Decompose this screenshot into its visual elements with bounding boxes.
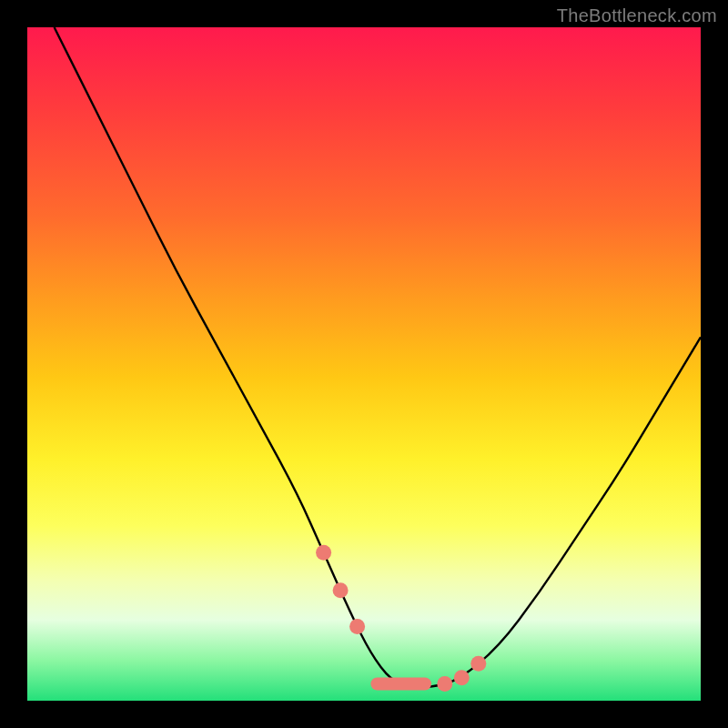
marker-dot-left bbox=[316, 545, 331, 561]
flat-segment-marker bbox=[370, 678, 431, 691]
marker-dot-right bbox=[437, 676, 452, 692]
chart-svg bbox=[27, 27, 701, 701]
marker-dot-right bbox=[470, 656, 486, 672]
marker-dot-left bbox=[333, 582, 349, 598]
watermark-text: TheBottleneck.com bbox=[557, 5, 717, 26]
bottleneck-curve-path bbox=[55, 27, 701, 687]
marker-dot-right bbox=[454, 670, 470, 685]
chart-frame: TheBottleneck.com bbox=[0, 0, 728, 728]
chart-plot-area bbox=[27, 27, 701, 701]
marker-dot-left bbox=[349, 619, 365, 634]
marker-layer bbox=[316, 545, 486, 692]
